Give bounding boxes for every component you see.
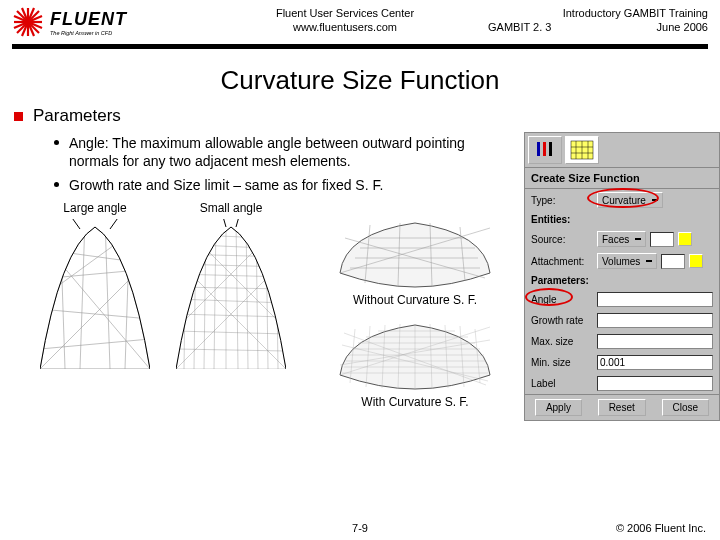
figure-small-angle: Small angle θ xyxy=(176,201,286,409)
without-caption: Without Curvature S. F. xyxy=(353,293,477,307)
tool-button-2[interactable] xyxy=(565,136,599,164)
dome-fine-icon: θ xyxy=(176,219,286,369)
angle-highlight-icon xyxy=(525,288,573,306)
page-number: 7-9 xyxy=(352,522,368,534)
footer: 7-9 © 2006 Fluent Inc. xyxy=(0,522,720,534)
logo-tagline: The Right Answer in CFD xyxy=(50,30,127,36)
header-right: Introductory GAMBIT Training GAMBIT 2. 3… xyxy=(488,6,708,35)
header: FLUENT The Right Answer in CFD Fluent Us… xyxy=(0,0,720,42)
figure-pillows: Without Curvature S. F. With Curvature S… xyxy=(330,213,500,409)
svg-line-19 xyxy=(70,219,80,229)
bullet-growth: Growth rate and Size limit – same as for… xyxy=(69,176,383,194)
svg-rect-49 xyxy=(537,142,540,156)
header-divider xyxy=(12,44,708,49)
figure-large-angle: Large angle θ xyxy=(40,201,150,409)
tool-button-1[interactable] xyxy=(528,136,562,164)
header-center: Fluent User Services Center www.fluentus… xyxy=(202,6,488,35)
type-highlight-icon xyxy=(587,188,659,208)
large-angle-label: Large angle xyxy=(63,201,126,215)
page-title: Curvature Size Function xyxy=(0,65,720,96)
service-url: www.fluentusers.com xyxy=(202,20,488,34)
parameters-heading: Parameters xyxy=(33,106,121,126)
min-input[interactable]: 0.001 xyxy=(597,355,713,370)
min-label: Min. size xyxy=(531,357,593,368)
copyright: © 2006 Fluent Inc. xyxy=(616,522,706,534)
label-input[interactable] xyxy=(597,376,713,391)
small-angle-label: Small angle xyxy=(200,201,263,215)
size-function-dialog: Create Size Function Type: Curvature Ent… xyxy=(524,132,720,421)
dot-icon xyxy=(54,140,59,145)
with-caption: With Curvature S. F. xyxy=(361,395,468,409)
growth-label: Growth rate xyxy=(531,315,593,326)
bullet-icon xyxy=(14,112,23,121)
bullet-angle: Angle: The maximum allowable angle betwe… xyxy=(69,134,474,170)
type-label: Type: xyxy=(531,195,593,206)
pillow-fine-icon xyxy=(330,315,500,393)
svg-line-20 xyxy=(110,219,120,229)
logo-icon xyxy=(12,6,44,38)
svg-text:θ: θ xyxy=(90,219,95,221)
close-button[interactable]: Close xyxy=(662,399,710,416)
attachment-label: Attachment: xyxy=(531,256,593,267)
max-input[interactable] xyxy=(597,334,713,349)
svg-line-47 xyxy=(236,219,240,227)
dome-coarse-icon: θ xyxy=(40,219,150,369)
parameters-section: Parameters: xyxy=(525,272,719,289)
apply-button[interactable]: Apply xyxy=(535,399,582,416)
label-label: Label xyxy=(531,378,593,389)
source-label: Source: xyxy=(531,234,593,245)
svg-rect-50 xyxy=(543,142,546,156)
source-count[interactable] xyxy=(650,232,674,247)
entities-section: Entities: xyxy=(525,211,719,228)
source-pick-button[interactable] xyxy=(678,232,692,246)
service-center: Fluent User Services Center xyxy=(202,6,488,20)
dialog-title: Create Size Function xyxy=(525,167,719,189)
svg-line-46 xyxy=(222,219,226,227)
pillow-coarse-icon xyxy=(330,213,500,291)
logo-wordmark: FLUENT xyxy=(50,9,127,30)
reset-button[interactable]: Reset xyxy=(598,399,646,416)
version: GAMBIT 2. 3 xyxy=(488,20,551,34)
source-dropdown[interactable]: Faces xyxy=(597,231,646,247)
dot-icon xyxy=(54,182,59,187)
growth-input[interactable] xyxy=(597,313,713,328)
svg-rect-51 xyxy=(549,142,552,156)
logo-area: FLUENT The Right Answer in CFD xyxy=(12,6,202,38)
max-label: Max. size xyxy=(531,336,593,347)
angle-input[interactable] xyxy=(597,292,713,307)
attachment-count[interactable] xyxy=(661,254,685,269)
date: June 2006 xyxy=(657,20,708,34)
attachment-pick-button[interactable] xyxy=(689,254,703,268)
training-title: Introductory GAMBIT Training xyxy=(488,6,708,20)
dialog-toolbar xyxy=(525,133,719,167)
attachment-dropdown[interactable]: Volumes xyxy=(597,253,657,269)
